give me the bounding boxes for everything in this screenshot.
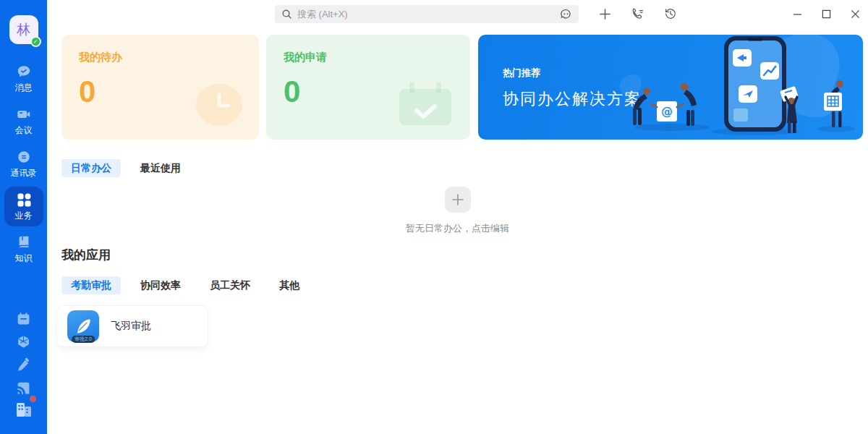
assistant-icon[interactable] (560, 8, 572, 20)
contacts-icon (16, 149, 32, 165)
titlebar (47, 0, 868, 27)
svg-text:@: @ (661, 105, 673, 119)
sidebar-item-label: 消息 (15, 82, 33, 94)
tab-daily-office[interactable]: 日常办公 (61, 159, 121, 177)
app-card-feiyu-approval[interactable]: 审批2.0 飞羽审批 (56, 305, 208, 347)
sidebar-nav: 消息 会议 通讯录 业务 (4, 59, 43, 269)
tab-recently-used[interactable]: 最近使用 (131, 159, 190, 177)
notification-dot (30, 396, 36, 402)
book-icon (16, 234, 32, 250)
tab-others[interactable]: 其他 (270, 276, 309, 294)
window-controls (791, 0, 861, 27)
cube-icon[interactable] (16, 334, 31, 350)
my-apps-title: 我的应用 (61, 247, 111, 263)
add-daily-app-button[interactable] (445, 187, 471, 213)
avatar-initial: 林 (17, 20, 30, 39)
sidebar-tools (0, 311, 47, 396)
sidebar-item-contacts[interactable]: 通讯录 (4, 144, 43, 184)
apply-count: 0 (284, 75, 301, 109)
main-content: 我的待办 0 我的申请 0 热门推荐 协同办公解决方案 (47, 27, 868, 434)
sidebar: 林 ✓ 消息 会议 通讯录 (0, 0, 47, 434)
sidebar-item-messages[interactable]: 消息 (4, 59, 43, 98)
tab-employee-care[interactable]: 员工关怀 (200, 276, 260, 294)
sidebar-item-label: 知识 (15, 252, 33, 265)
todo-count: 0 (79, 75, 96, 109)
clock-icon (195, 83, 243, 129)
search-icon (281, 9, 292, 20)
tab-attendance-approval[interactable]: 考勤审批 (61, 276, 121, 294)
app-icon-badge: 审批2.0 (72, 336, 95, 343)
search-bar[interactable] (275, 5, 579, 23)
daily-tabs: 日常办公 最近使用 (61, 159, 190, 177)
video-camera-icon (16, 106, 32, 122)
tab-collaboration-efficiency[interactable]: 协同效率 (131, 276, 190, 294)
apply-card[interactable]: 我的申请 0 (266, 35, 470, 140)
apps-grid-icon (15, 192, 33, 208)
calendar-check-icon (396, 80, 454, 129)
sidebar-item-label: 业务 (15, 210, 33, 222)
daily-empty-state: 暂无日常办公，点击编辑 (47, 187, 868, 235)
phone-call-icon[interactable] (630, 7, 645, 22)
todo-card[interactable]: 我的待办 0 (61, 35, 259, 140)
apply-card-title: 我的申请 (284, 51, 327, 64)
minimize-button[interactable] (791, 7, 804, 20)
avatar[interactable]: 林 ✓ (9, 15, 38, 44)
pencil-icon[interactable] (16, 357, 31, 373)
sidebar-item-label: 会议 (15, 124, 33, 137)
sidebar-item-knowledge[interactable]: 知识 (4, 229, 43, 269)
online-status-icon: ✓ (30, 36, 41, 47)
banner-illustration: @ (616, 35, 861, 140)
chat-bubble-icon (16, 64, 32, 80)
maximize-button[interactable] (820, 7, 833, 20)
sidebar-item-label: 通讯录 (11, 167, 37, 179)
organization-button[interactable] (0, 399, 47, 422)
feather-icon: 审批2.0 (67, 310, 99, 342)
banner-tag: 热门推荐 (503, 67, 540, 80)
history-icon[interactable] (663, 7, 678, 21)
close-button[interactable] (848, 7, 861, 20)
app-window: 林 ✓ 消息 会议 通讯录 (0, 0, 868, 434)
todo-card-title: 我的待办 (79, 51, 122, 64)
promo-banner[interactable]: 热门推荐 协同办公解决方案 (478, 35, 863, 140)
titlebar-actions (598, 0, 678, 27)
search-input[interactable] (297, 9, 555, 20)
sidebar-item-business[interactable]: 业务 (4, 187, 43, 226)
calendar-icon[interactable] (16, 311, 31, 327)
screencast-icon[interactable] (16, 380, 31, 396)
plus-icon[interactable] (598, 7, 612, 21)
sidebar-item-meetings[interactable]: 会议 (4, 101, 43, 141)
empty-hint-text: 暂无日常办公，点击编辑 (406, 222, 509, 235)
my-apps-tabs: 考勤审批 协同效率 员工关怀 其他 (61, 276, 309, 294)
app-name: 飞羽审批 (111, 320, 151, 333)
